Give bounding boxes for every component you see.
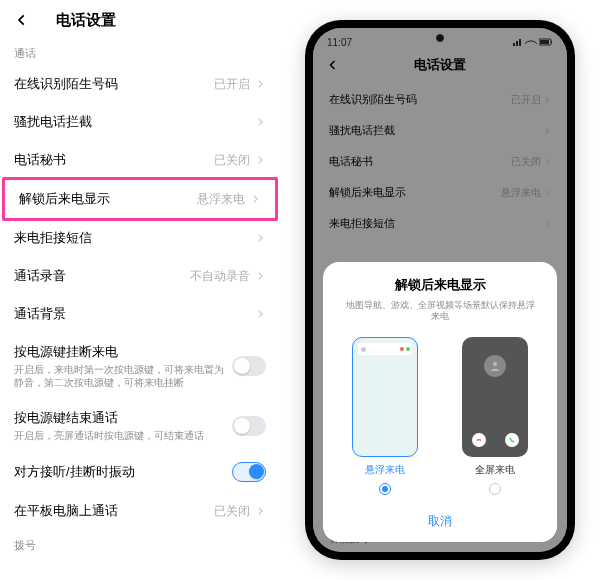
camera-hole: [436, 34, 444, 42]
avatar-icon: [484, 355, 506, 377]
svg-point-6: [493, 362, 497, 366]
row-reject-sms[interactable]: 来电拒接短信: [0, 219, 280, 257]
chevron-right-icon: [254, 78, 266, 90]
row-tablet-call[interactable]: 在平板电脑上通话 已关闭: [0, 492, 280, 530]
chevron-right-icon: [254, 116, 266, 128]
section-call-label: 通话: [0, 38, 280, 65]
chevron-right-icon: [254, 232, 266, 244]
phone-screen: 11:07 电话设置 在线识别陌生号码 已开启: [313, 28, 567, 552]
toggle-power-hangup[interactable]: [232, 356, 266, 376]
row-power-hangup[interactable]: 按电源键挂断来电 开启后，来电时第一次按电源键，可将来电置为静音，第二次按电源键…: [0, 333, 280, 399]
row-vibrate-on-answer[interactable]: 对方接听/挂断时振动: [0, 452, 280, 492]
option-floating[interactable]: 悬浮来电: [352, 337, 418, 495]
row-phone-secretary[interactable]: 电话秘书 已关闭: [0, 141, 280, 179]
row-unlock-incoming-display[interactable]: 解锁后来电显示 悬浮来电: [5, 180, 275, 218]
row-spam-block[interactable]: 骚扰电话拦截: [0, 103, 280, 141]
back-icon[interactable]: [12, 10, 32, 30]
radio-floating[interactable]: [379, 483, 391, 495]
row-call-background[interactable]: 通话背景: [0, 295, 280, 333]
highlight-box: 解锁后来电显示 悬浮来电: [2, 177, 278, 221]
toggle-vibrate[interactable]: [232, 462, 266, 482]
chevron-right-icon: [254, 270, 266, 282]
floating-preview: [352, 337, 418, 457]
chevron-right-icon: [254, 308, 266, 320]
option-fullscreen[interactable]: 全屏来电: [462, 337, 528, 495]
row-call-recording[interactable]: 通话录音 不自动录音: [0, 257, 280, 295]
header: 电话设置: [0, 0, 280, 38]
sheet-title: 解锁后来电显示: [335, 276, 545, 294]
chevron-right-icon: [249, 193, 261, 205]
chevron-right-icon: [254, 505, 266, 517]
radio-fullscreen[interactable]: [489, 483, 501, 495]
row-power-end-call[interactable]: 按电源键结束通话 开启后，亮屏通话时按电源键，可结束通话: [0, 399, 280, 452]
decline-icon: [472, 433, 486, 447]
incoming-display-sheet: 解锁后来电显示 地图导航、游戏、全屏视频等场景默认保持悬浮来电 悬浮来电: [323, 262, 557, 542]
cancel-button[interactable]: 取消: [335, 505, 545, 532]
section-dial-label: 拨号: [0, 530, 280, 557]
settings-panel-left: 电话设置 通话 在线识别陌生号码 已开启 骚扰电话拦截 电话秘书 已关闭 解锁后…: [0, 0, 280, 580]
accept-icon: [505, 433, 519, 447]
fullscreen-preview: [462, 337, 528, 457]
phone-frame: 11:07 电话设置 在线识别陌生号码 已开启: [305, 20, 575, 560]
page-title: 电话设置: [56, 11, 116, 30]
row-online-id[interactable]: 在线识别陌生号码 已开启: [0, 65, 280, 103]
chevron-right-icon: [254, 154, 266, 166]
toggle-power-end-call[interactable]: [232, 416, 266, 436]
sheet-subtitle: 地图导航、游戏、全屏视频等场景默认保持悬浮来电: [335, 300, 545, 323]
phone-mockup-panel: 11:07 电话设置 在线识别陌生号码 已开启: [280, 0, 600, 580]
